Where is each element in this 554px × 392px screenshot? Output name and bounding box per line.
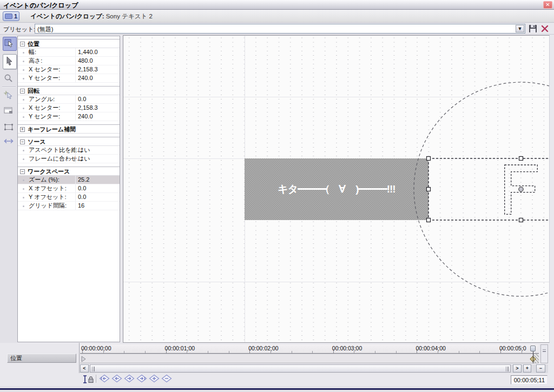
keyframe-row-tab[interactable]: 1 [3, 11, 19, 21]
preview-window-icon[interactable] [3, 105, 17, 118]
prop-row[interactable]: アングル:0.0 [18, 95, 120, 104]
prop-section-header[interactable]: −回転 [18, 86, 120, 95]
prop-section-header[interactable]: +キーフレーム補間 [18, 124, 120, 134]
horizontal-resize-icon [3, 137, 17, 147]
preset-combobox[interactable]: (無題) ▼ [35, 24, 525, 34]
selection-tool-button[interactable] [3, 54, 17, 69]
zoom-tool-icon[interactable] [3, 72, 17, 85]
expand-icon[interactable]: + [20, 127, 25, 132]
prop-row[interactable]: Y センター:240.0 [18, 74, 120, 83]
bullet-icon [23, 78, 24, 79]
prop-value[interactable]: はい [75, 155, 120, 163]
prop-value[interactable]: 240.0 [75, 74, 120, 82]
prop-section-title: ソース [28, 137, 46, 146]
track-expand-icon[interactable] [81, 356, 87, 362]
prop-row[interactable]: 高さ:480.0 [18, 57, 120, 65]
crop-handles[interactable] [427, 157, 523, 222]
collapse-icon[interactable]: − [20, 89, 25, 94]
keyframe-row-number: 1 [14, 13, 17, 19]
pan-crop-frame-icon[interactable] [3, 121, 17, 134]
prop-label: Y センター: [29, 112, 60, 121]
collapse-icon[interactable]: − [20, 139, 25, 144]
first-keyframe-icon[interactable] [98, 374, 110, 383]
ruler-label: 00:00:04;00 [416, 345, 445, 351]
prop-row[interactable]: X オフセット:0.0 [18, 184, 120, 193]
prop-row[interactable]: 幅:1,440.0 [18, 48, 120, 57]
prop-section-title: ワークスペース [28, 167, 70, 176]
prop-value[interactable]: 25.2 [75, 176, 120, 184]
prop-value[interactable]: 0.0 [75, 193, 120, 201]
prop-value[interactable]: 240.0 [75, 112, 120, 121]
timeline-zoom-out-button[interactable]: − [536, 364, 545, 373]
keyframe-row-icon [5, 14, 12, 19]
prop-row[interactable]: アスペクト比を維...はい [18, 146, 120, 155]
prop-row[interactable]: X センター:2,158.3 [18, 104, 120, 112]
sync-cursor-icon[interactable] [82, 375, 95, 384]
scroll-right-button[interactable]: > [513, 364, 522, 373]
prop-row[interactable]: ズーム (%):25.2 [18, 176, 120, 184]
track-vertical-scrollbar[interactable] [540, 344, 548, 363]
prop-value[interactable]: 2,158.3 [75, 65, 120, 74]
preset-value: (無題) [37, 25, 53, 34]
scroll-right-glyph: > [516, 366, 518, 371]
save-preset-icon[interactable] [529, 24, 537, 33]
prop-value[interactable]: 0.0 [75, 95, 120, 103]
chevron-down-icon[interactable]: ▼ [516, 25, 524, 32]
prop-value[interactable]: はい [75, 146, 120, 154]
prop-section-header[interactable]: −ソース [18, 137, 120, 146]
crop-box-border[interactable] [428, 158, 550, 220]
prop-row[interactable]: グリッド間隔:16 [18, 202, 120, 210]
delete-preset-icon[interactable] [540, 24, 549, 33]
keyframe-track[interactable] [80, 354, 539, 363]
delete-keyframe-icon[interactable] [161, 374, 173, 383]
property-panel[interactable]: −位置幅:1,440.0高さ:480.0X センター:2,158.3Y センター… [17, 36, 120, 342]
bullet-icon [23, 61, 24, 62]
prop-row[interactable]: Y オフセット:0.0 [18, 193, 120, 202]
last-keyframe-icon[interactable] [136, 374, 148, 383]
thumb-grip-icon [506, 367, 509, 371]
playhead-marker[interactable] [530, 346, 536, 351]
prop-row[interactable]: X センター:2,158.3 [18, 65, 120, 74]
previous-keyframe-icon[interactable] [111, 374, 123, 383]
normal-edit-tool-button[interactable] [3, 37, 17, 51]
ruler-label: 00:00:00;00 [81, 345, 111, 351]
prop-label: X オフセット: [29, 184, 67, 192]
collapse-icon[interactable]: − [20, 42, 25, 46]
prop-value[interactable]: 2,158.3 [75, 104, 120, 112]
prop-value[interactable]: 16 [75, 202, 120, 210]
prop-value[interactable]: 1,440.0 [75, 48, 120, 56]
pan-crop-workspace[interactable]: キタ━━━━━(゚∀゚)━━━━━!!! [123, 35, 550, 343]
timeline-ruler[interactable]: 00:00:00;0000:00:01;0000:00:02;0000:00:0… [80, 344, 539, 354]
scroll-left-button[interactable]: < [80, 364, 89, 373]
zoom-edit-tool-icon[interactable] [3, 89, 17, 102]
close-icon[interactable]: ✕ [543, 1, 552, 9]
next-keyframe-icon[interactable] [123, 374, 135, 383]
scrollbar-thumb[interactable] [90, 364, 511, 373]
prop-value[interactable]: 480.0 [75, 57, 120, 65]
dialog-caption: イベントのパン/クロップ: Sony テキスト 2 [30, 12, 153, 21]
bullet-icon [23, 116, 24, 118]
collapse-icon[interactable]: − [20, 169, 25, 174]
title-bar[interactable]: イベントのパン/クロップ ✕ [0, 0, 554, 10]
timeline-horizontal-scrollbar[interactable]: < > + − [80, 364, 548, 373]
ruler-label: 00:00:05;0 [499, 345, 526, 351]
timeline-zoom-in-button[interactable]: + [523, 364, 531, 373]
cursor-time-display: 00:00:05;11 [511, 375, 548, 384]
prop-value[interactable]: 0.0 [75, 184, 120, 192]
prop-row[interactable]: Y センター:240.0 [18, 112, 120, 121]
prop-section-header[interactable]: −ワークスペース [18, 167, 120, 176]
keyframe-track-label[interactable]: 位置 [7, 354, 76, 363]
preset-row: プリセット: (無題) ▼ [0, 23, 554, 35]
prop-row[interactable]: フレームに合わせ...はい [18, 155, 120, 163]
rotation-circle[interactable] [414, 82, 550, 296]
prop-section-title: 回転 [28, 87, 39, 95]
prop-section-header[interactable]: −位置 [18, 39, 120, 48]
insert-keyframe-icon[interactable] [148, 374, 160, 383]
preset-label: プリセット: [3, 25, 35, 34]
prop-label: フレームに合わせ... [29, 155, 82, 163]
scrollbar-grip-icon [543, 349, 546, 352]
crop-center-handle[interactable] [519, 187, 523, 191]
tool-column [0, 35, 17, 343]
playhead-line[interactable] [533, 351, 533, 363]
bullet-icon [23, 188, 24, 190]
